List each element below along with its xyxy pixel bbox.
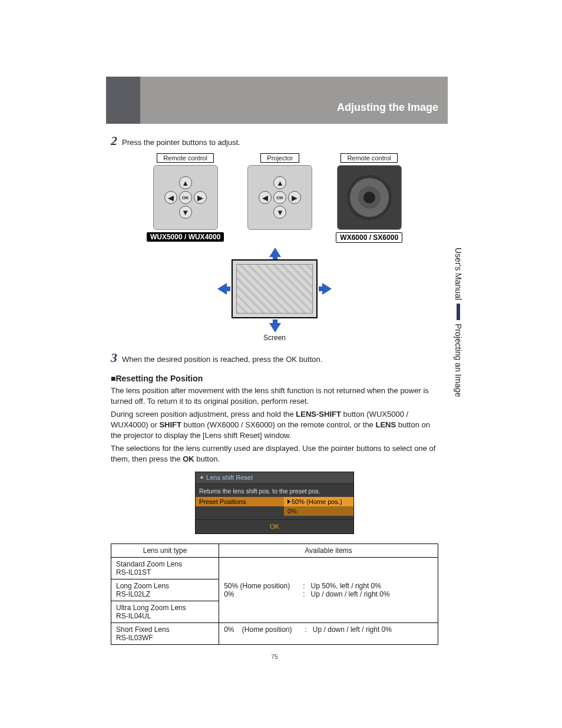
step-2: 2 Press the pointer buttons to adjust. bbox=[111, 133, 438, 149]
header-accent bbox=[106, 77, 140, 124]
up-arrow-icon: ▲ bbox=[273, 176, 286, 189]
step-number: 3 bbox=[111, 350, 117, 365]
remote-control-diagram-b bbox=[337, 165, 402, 230]
text: button. bbox=[194, 454, 220, 463]
controls-illustration: Remote control ▲ ▼ ◀ ▶ OK WUX5000 / WUX4… bbox=[111, 153, 438, 243]
right-arrow-icon: ▶ bbox=[288, 191, 301, 204]
reset-heading-text: Resetting the Position bbox=[115, 374, 203, 383]
down-arrow-icon: ▼ bbox=[179, 206, 192, 219]
reset-para-3: The selections for the lens currently us… bbox=[111, 443, 438, 465]
remote-label: Remote control bbox=[157, 153, 214, 163]
shift-down-arrow-icon bbox=[269, 323, 281, 332]
table-row: Standard Zoom Lens RS-IL01ST 50% (Home p… bbox=[111, 557, 438, 579]
screen-shift-diagram: Screen bbox=[111, 249, 438, 342]
reset-para-1: The lens position after movement with th… bbox=[111, 386, 438, 407]
avail-left: 0% (Home position) bbox=[224, 625, 292, 634]
osd-row: 0% bbox=[196, 506, 353, 516]
remote-control-diagram-a: ▲ ▼ ◀ ▶ OK bbox=[153, 165, 218, 230]
avail-right: : Up 50%, left / right 0% : Up / down / … bbox=[303, 582, 389, 598]
avail-left: 50% (Home position) 0% bbox=[224, 582, 290, 598]
avail-right: : Up / down / left / right 0% bbox=[305, 625, 392, 634]
ok-button-icon: OK bbox=[273, 191, 286, 204]
side-tabs: User's Manual Projecting an Image bbox=[454, 248, 463, 397]
projector-panel-diagram: ▲ ▼ ◀ ▶ OK bbox=[247, 165, 312, 230]
ok-term: OK bbox=[183, 454, 194, 463]
screen-inner bbox=[236, 264, 313, 314]
shift-term: SHIFT bbox=[159, 420, 181, 429]
table-header-items: Available items bbox=[219, 543, 438, 557]
osd-title-text: Lens shift Reset bbox=[206, 474, 253, 481]
screen-caption: Screen bbox=[263, 334, 286, 342]
side-tab-section: Projecting an Image bbox=[454, 321, 463, 397]
shift-right-arrow-icon bbox=[322, 283, 332, 295]
lens-type-cell: Ultra Long Zoom Lens RS-IL04UL bbox=[111, 601, 219, 622]
screen-box bbox=[232, 259, 318, 318]
down-arrow-icon: ▼ bbox=[273, 206, 286, 219]
triangle-right-icon bbox=[287, 499, 290, 504]
right-arrow-icon: ▶ bbox=[194, 191, 207, 204]
osd-subtitle: Returns the lens shift pos. to the prese… bbox=[196, 484, 353, 497]
available-items-cell: 50% (Home position) 0% : Up 50%, left / … bbox=[219, 557, 438, 622]
lens-table: Lens unit type Available items Standard … bbox=[111, 543, 438, 645]
lens-type-cell: Standard Zoom Lens RS-IL01ST bbox=[111, 557, 219, 579]
reset-heading: ■Resetting the Position bbox=[111, 374, 438, 383]
osd-row-value: 50% (Home pos.) bbox=[284, 497, 353, 506]
table-row: Short Fixed Lens RS-IL03WF 0% (Home posi… bbox=[111, 622, 438, 644]
osd-row-label: Preset Positions bbox=[196, 497, 284, 506]
osd-row-selected: Preset Positions 50% (Home pos.) bbox=[196, 497, 353, 506]
lens-type-cell: Long Zoom Lens RS-IL02LZ bbox=[111, 579, 219, 601]
step-text: Press the pointer buttons to adjust. bbox=[122, 138, 240, 147]
page-title: Adjusting the Image bbox=[337, 101, 438, 114]
up-arrow-icon: ▲ bbox=[179, 176, 192, 189]
left-arrow-icon: ◀ bbox=[164, 191, 177, 204]
osd-window: ✦ Lens shift Reset Returns the lens shif… bbox=[195, 472, 354, 534]
ok-button-icon: OK bbox=[179, 191, 192, 204]
available-items-cell: 0% (Home position) : Up / down / left / … bbox=[219, 622, 438, 644]
step-3: 3 When the desired position is reached, … bbox=[111, 350, 438, 365]
page-header: Adjusting the Image bbox=[106, 77, 448, 124]
step-text: When the desired position is reached, pr… bbox=[122, 355, 322, 364]
lens-type-cell: Short Fixed Lens RS-IL03WF bbox=[111, 622, 219, 644]
shift-left-arrow-icon bbox=[217, 283, 227, 295]
left-arrow-icon: ◀ bbox=[259, 191, 272, 204]
text: During screen position adjustment, press… bbox=[111, 410, 296, 419]
shift-up-arrow-icon bbox=[269, 248, 281, 257]
text: The selections for the lens currently us… bbox=[111, 444, 435, 463]
reset-para-2: During screen position adjustment, press… bbox=[111, 409, 438, 441]
osd-row-label-empty bbox=[196, 506, 284, 516]
side-tab-manual: User's Manual bbox=[454, 248, 463, 302]
remote-label-b: Remote control bbox=[340, 153, 398, 163]
lens-shift-term: LENS-SHIFT bbox=[296, 410, 341, 419]
step-number: 2 bbox=[111, 133, 117, 149]
osd-ok: OK bbox=[196, 519, 353, 533]
osd-row-value: 0% bbox=[284, 506, 353, 516]
wheel-icon bbox=[346, 174, 392, 220]
model-badge-b: WX6000 / SX6000 bbox=[336, 232, 402, 243]
table-header-type: Lens unit type bbox=[111, 543, 219, 557]
lens-term: LENS bbox=[375, 420, 396, 429]
text: button (WX6000 / SX6000) on the remote c… bbox=[181, 420, 376, 429]
osd-opt1: 50% (Home pos.) bbox=[292, 498, 342, 505]
page-number: 75 bbox=[111, 653, 438, 660]
model-badge-a: WUX5000 / WUX4000 bbox=[147, 232, 224, 242]
osd-title: ✦ Lens shift Reset bbox=[196, 472, 353, 484]
projector-label: Projector bbox=[260, 153, 299, 163]
side-tab-separator bbox=[457, 304, 460, 320]
